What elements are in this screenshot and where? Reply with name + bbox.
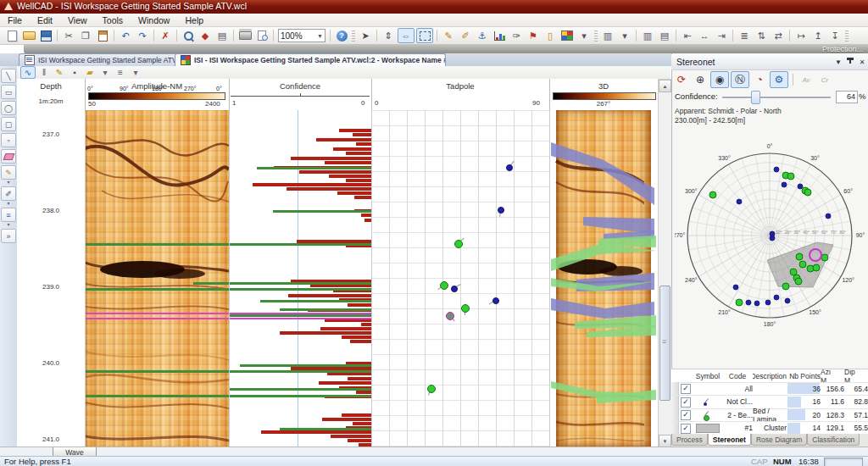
rect-shape-icon[interactable]: ▭	[1, 85, 16, 99]
edit-log-icon[interactable]: ✎	[441, 29, 456, 42]
sort-down-icon[interactable]: ↧	[827, 29, 843, 42]
stereonet-point-green[interactable]	[736, 299, 743, 306]
swap-icon[interactable]: ⇄	[771, 29, 786, 42]
dropdown-icon[interactable]: ▾	[617, 29, 632, 42]
stereonet-point-green[interactable]	[787, 173, 794, 180]
tadpole-point-green[interactable]	[454, 240, 463, 248]
threed-plane-green[interactable]	[551, 244, 656, 271]
pause-tool-icon[interactable]: ‖	[37, 67, 51, 78]
redo-icon[interactable]: ↷	[135, 29, 150, 42]
panel-menu-icon[interactable]: ▼	[832, 58, 844, 66]
print-icon[interactable]	[237, 29, 253, 42]
anchor-icon[interactable]: ⚓	[475, 29, 490, 42]
gauge-icon[interactable]: ◔	[751, 72, 768, 87]
row-checkbox[interactable]: ✓	[681, 384, 691, 394]
table-row[interactable]: ✓All156.665.436	[671, 382, 868, 396]
find-icon[interactable]	[181, 29, 196, 42]
tadpole-point-blue[interactable]	[506, 164, 513, 171]
menu-view[interactable]: View	[60, 15, 95, 25]
protection-bar[interactable]: Protection...	[24, 44, 868, 53]
menu-window[interactable]: Window	[131, 15, 177, 25]
zoom-combo-dropdown-icon[interactable]: ▼	[317, 33, 323, 39]
tadpole-point-selected[interactable]	[446, 312, 454, 320]
table-col-azi-m-[interactable]: Azi M...	[821, 369, 844, 382]
menu-help[interactable]: Help	[177, 15, 211, 25]
lines-tool-icon[interactable]: ≡	[114, 67, 127, 78]
threed-plane-blue[interactable]	[551, 142, 654, 205]
lines-shape-icon[interactable]: ≡	[1, 208, 16, 222]
distribute-icon[interactable]: ≣	[737, 29, 752, 42]
align-right-icon[interactable]: ⇥	[714, 29, 729, 42]
crosshair-icon[interactable]: ⊕	[692, 72, 709, 87]
wave-tool-icon[interactable]: ∿	[20, 66, 36, 79]
undo-icon[interactable]: ↶	[118, 29, 133, 42]
stereonet-point-green[interactable]	[813, 264, 820, 271]
eraser-shape-icon[interactable]	[1, 149, 16, 164]
stereonet-point-blue[interactable]	[754, 301, 760, 306]
edit-header-icon[interactable]: ✐	[458, 29, 473, 42]
drop1-icon[interactable]: ▾	[98, 67, 112, 78]
panel-tab-rose-diagram[interactable]: Rose Diagram	[751, 434, 807, 446]
menu-file[interactable]: File	[0, 15, 30, 25]
select-cursor-icon[interactable]: ➤	[358, 29, 373, 42]
zoom-combo[interactable]: 100%▼	[278, 29, 326, 42]
crossplot-icon[interactable]	[492, 29, 507, 42]
help-icon[interactable]	[334, 29, 349, 42]
fit-width-icon[interactable]: ⇔	[398, 28, 415, 43]
settings-icon[interactable]: ⚙	[770, 71, 788, 88]
eraser-tool-icon[interactable]: ▪	[68, 67, 81, 78]
stereonet-point-blue[interactable]	[826, 214, 831, 219]
page-icon[interactable]: ▤	[214, 29, 230, 42]
stereonet-point-green[interactable]	[709, 191, 716, 198]
stereonet-point-blue[interactable]	[774, 167, 779, 172]
ellipse-shape-icon[interactable]: ◯	[1, 101, 16, 115]
tadpole-track[interactable]	[371, 110, 549, 447]
table-col-symbol[interactable]: Symbol	[693, 369, 722, 382]
stamp-shape-icon[interactable]: ✐	[1, 186, 16, 201]
pencil-shape-icon[interactable]: ✎	[1, 165, 16, 180]
table-col-code[interactable]: Code	[722, 369, 753, 382]
line-shape-icon[interactable]: ╲	[1, 69, 16, 83]
stereonet-point-blue[interactable]	[737, 199, 742, 204]
panel-tab-classification[interactable]: Classification	[807, 434, 860, 446]
panel-tab-stereonet[interactable]: Stereonet	[708, 434, 751, 446]
confidence-slider[interactable]	[722, 97, 831, 99]
threed-track[interactable]	[549, 110, 658, 447]
expand-rail-icon[interactable]: »	[1, 229, 16, 243]
align-left-icon[interactable]: ⇤	[680, 29, 695, 42]
amplitude-image-log[interactable]	[85, 110, 229, 447]
north-icon[interactable]: Ⓝ	[731, 71, 749, 88]
align-center-icon[interactable]: ↔	[697, 29, 712, 42]
title-bar[interactable]: WellCAD - ISI Workspace Getting Started …	[0, 0, 868, 14]
attach-icon[interactable]: ✑	[509, 29, 524, 42]
indent-icon[interactable]: ↦	[793, 29, 809, 42]
tadpole-point-green[interactable]	[440, 281, 448, 290]
table-row[interactable]: ✓Not Cl...11.682.816	[671, 396, 868, 409]
flip-icon[interactable]: ⇅	[754, 29, 769, 42]
document-tab-1[interactable]: ISI Workspace Getting Started Sample ATV…	[19, 53, 180, 66]
sort-up-icon[interactable]: ↥	[810, 29, 826, 42]
stereonet-point-green[interactable]	[821, 254, 828, 261]
vertical-scrollbar[interactable]: ▲ ▼	[658, 79, 672, 448]
menu-tools[interactable]: Tools	[95, 15, 131, 25]
highlighter-tool-icon[interactable]: ▰	[83, 67, 97, 78]
save-icon[interactable]	[38, 29, 53, 42]
cut-icon[interactable]: ✂	[61, 29, 76, 42]
menu-edit[interactable]: Edit	[30, 15, 60, 25]
palette-icon[interactable]	[559, 29, 575, 42]
confidence-value[interactable]: 64	[836, 91, 858, 103]
reproject-icon[interactable]: ⟳	[673, 72, 690, 87]
stereonet-point-blue[interactable]	[798, 184, 803, 189]
panel-title-bar[interactable]: Stereonet ▼ ✕	[671, 54, 868, 70]
stereonet-point-blue[interactable]	[770, 236, 775, 241]
stereonet-point-blue[interactable]	[785, 298, 790, 303]
panel-close-icon[interactable]: ✕	[856, 58, 868, 66]
confidence-track[interactable]	[229, 110, 371, 447]
stereonet-point-green[interactable]	[796, 253, 803, 260]
stereonet-point-green[interactable]	[804, 189, 811, 196]
stamp-shape-icon-dropdown[interactable]: ▾	[7, 202, 9, 207]
tube-icon[interactable]: ▯	[542, 29, 558, 42]
print-preview-icon[interactable]	[254, 29, 270, 42]
stereonet-point-blue[interactable]	[774, 295, 779, 300]
stereonet-point-blue[interactable]	[765, 300, 771, 305]
